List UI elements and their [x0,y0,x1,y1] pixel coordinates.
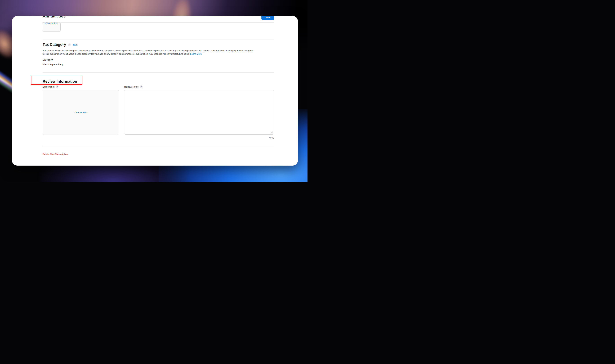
section-divider-3 [43,146,274,146]
header-divider [43,22,274,23]
delete-subscription-link[interactable]: Delete This Subscription [43,153,68,155]
screenshot-dropzone[interactable]: Choose File [43,90,119,135]
review-notes-field [124,90,274,135]
review-information-heading: Review Information [43,79,77,84]
tax-category-heading: Tax Category [43,42,66,47]
category-value: Match to parent app [43,63,63,65]
choose-file-link-screenshot[interactable]: Choose File [74,111,87,114]
category-label: Category [43,58,53,61]
review-notes-help-icon[interactable]: ? [140,85,143,88]
tax-description-line-2: for this subscription won’t affect the t… [43,52,253,55]
section-divider-1 [43,39,274,39]
screenshot-label: Screenshot [43,85,54,88]
screenshot-help-icon[interactable]: ? [56,85,58,88]
review-notes-label: Review Notes [124,85,138,88]
section-divider-2 [43,72,274,73]
choose-file-link-top[interactable]: Choose File [45,22,58,24]
review-notes-char-count: 4000 [257,136,274,139]
tax-category-description: You’re responsible for selecting and mai… [43,49,253,55]
learn-more-link[interactable]: Learn More [190,52,201,55]
tax-description-line-1: You’re responsible for selecting and mai… [43,49,253,52]
tax-category-edit-link[interactable]: Edit [73,43,77,46]
upload-dropzone-top[interactable]: Choose File [43,22,61,32]
save-button[interactable]: Save [261,16,274,20]
subscription-card: Annual, $69 Save Choose File Tax Categor… [12,16,298,166]
textarea-resize-handle[interactable] [271,131,273,134]
tax-category-help-icon[interactable]: ? [68,43,71,46]
page-title: Annual, $69 [43,16,66,19]
review-notes-input[interactable] [124,90,274,135]
